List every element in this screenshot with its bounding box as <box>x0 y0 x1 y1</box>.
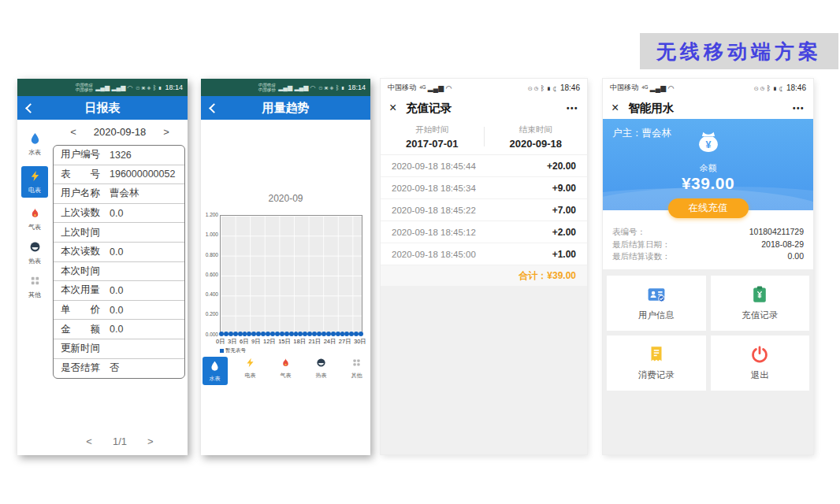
sidebar-label: 热表 <box>21 257 48 265</box>
data-point <box>233 332 238 336</box>
status-icons: ⊙ ◷ ᛒ ▮ ☾ <box>754 84 783 92</box>
owner-name: 曹会林 <box>642 128 672 139</box>
data-point <box>224 332 229 336</box>
more-menu-icon[interactable]: ••• <box>793 104 805 113</box>
tab-electric[interactable]: 电表 <box>238 357 263 385</box>
data-points <box>219 332 363 336</box>
table-row: 金 额 0.0 <box>54 320 184 339</box>
plot-area <box>220 215 362 335</box>
sidebar-item-other[interactable]: 其他 <box>21 275 48 299</box>
heat-meter-icon <box>29 241 41 253</box>
record-time: 2020-09-18 18:45:22 <box>392 206 476 215</box>
carrier-2: 中国移动 <box>75 87 92 93</box>
data-point <box>336 332 340 336</box>
sidebar-item-electric[interactable]: 电表 <box>21 166 48 198</box>
status-icons: ⊙ ▣ ◈ ᛒ ▮ <box>136 84 162 91</box>
y-tick: 1.200 <box>204 213 218 218</box>
total-label: 合计： <box>518 269 547 283</box>
info-label: 最后结算日期： <box>612 239 671 251</box>
water-drop-icon <box>210 361 220 371</box>
menu-recharge-records[interactable]: 充值记录 <box>711 276 810 331</box>
menu-label: 充值记录 <box>742 309 778 321</box>
status-bar: 中国电信 中国移动 ▂▄▆ ▂▄▆ ◠ ⊙ ▣ ◈ ᛒ ▮ 18:14 <box>201 79 370 96</box>
table-row: 上次时间 <box>54 223 184 243</box>
page-next-button[interactable]: > <box>147 435 154 447</box>
record-amount: +9.00 <box>552 183 576 194</box>
field-label: 上次时间 <box>61 226 100 239</box>
field-value: 1326 <box>110 150 132 161</box>
record-amount: +7.00 <box>552 205 576 216</box>
y-tick: 0.600 <box>204 272 218 278</box>
date-next-button[interactable]: > <box>163 126 169 138</box>
tab-other[interactable]: 其他 <box>344 357 370 385</box>
field-label: 本次时间 <box>61 265 100 278</box>
empty-area <box>381 286 587 454</box>
x-tick: 24日 <box>324 338 336 346</box>
data-point <box>326 332 331 336</box>
data-point <box>270 332 275 336</box>
info-value: 2018-08-29 <box>761 239 804 251</box>
signal-icons: ⁴ᴳ ▂▄▆ ◠ <box>641 84 674 92</box>
field-label: 是否结算 <box>61 361 100 375</box>
date-range-bar: 开始时间 2017-07-01 结束时间 2020-09-18 <box>381 119 587 155</box>
x-tick: 30日 <box>354 338 366 346</box>
online-recharge-button[interactable]: 在线充值 <box>668 198 749 218</box>
start-date-label: 开始时间 <box>415 124 448 135</box>
x-tick: 3日 <box>228 338 237 346</box>
y-axis-labels: 1.2001.0000.8000.6000.4000.2000.000 <box>204 213 218 337</box>
owner-line: 户主：曹会林 <box>612 127 671 140</box>
close-icon[interactable]: × <box>611 102 619 114</box>
record-time: 2020-09-18 18:45:12 <box>392 228 476 237</box>
field-value: 曹会林 <box>110 187 139 200</box>
usage-chart: 2020-09 1.2001.0000.8000.6000.4000.2000.… <box>204 193 367 354</box>
tab-water[interactable]: 水表 <box>203 357 228 385</box>
field-label: 单 价 <box>61 303 100 317</box>
carrier-2: 中国移动 <box>258 87 275 93</box>
field-value: 否 <box>110 361 120 375</box>
info-row: 最后结算读数： 0.00 <box>612 250 804 263</box>
x-tick: 0日 <box>216 338 225 346</box>
data-point <box>275 332 280 336</box>
table-row: 单 价 0.0 <box>54 301 184 321</box>
menu-exit[interactable]: 退出 <box>711 335 810 391</box>
phone-screen-smart-water: 中国移动 ⁴ᴳ ▂▄▆ ◠ ⊙ ◷ ᛒ ▮ ☾ 18:46 × 智能用水 •••… <box>603 79 813 454</box>
phone-screen-recharge-records: 中国移动 ⁴ᴳ ▂▄▆ ◠ ⊙ ◷ ᛒ ▮ ☾ 18:46 × 充值记录 •••… <box>381 79 587 454</box>
record-row: 2020-09-18 18:45:12 +2.00 <box>381 221 587 243</box>
tab-heat[interactable]: 热表 <box>309 357 334 385</box>
total-row: 合计： ¥39.00 <box>381 265 587 286</box>
sidebar-item-heat[interactable]: 热表 <box>21 241 48 265</box>
phone-screen-daily-report: 中国电信 中国移动 ▂▄▆ ▂▄▆ ◠ ⊙ ▣ ◈ ᛒ ▮ 18:14 日报表 … <box>17 79 188 455</box>
phone-screen-usage-trend: 中国电信 中国移动 ▂▄▆ ▂▄▆ ◠ ⊙ ▣ ◈ ᛒ ▮ 18:14 用量趋势… <box>201 79 370 455</box>
field-label: 上次读数 <box>61 206 100 220</box>
start-date-picker[interactable]: 开始时间 2017-07-01 <box>381 119 484 154</box>
info-row: 表编号： 101804211729 <box>612 226 804 239</box>
x-tick: 15日 <box>278 338 291 346</box>
tab-gas[interactable]: 气表 <box>273 357 299 385</box>
menu-consumption-records[interactable]: 消费记录 <box>607 335 706 391</box>
meter-type-tabs: 水表 电表 气表 热表 其他 <box>201 357 370 385</box>
menu-user-info[interactable]: 用户信息 <box>607 276 706 331</box>
end-date-value: 2020-09-18 <box>510 138 563 150</box>
sidebar-item-water[interactable]: 水表 <box>21 132 48 157</box>
field-value: 0.0 <box>110 305 123 316</box>
x-tick: 9日 <box>251 338 261 346</box>
power-icon <box>749 344 770 365</box>
field-label: 用户编号 <box>61 148 100 161</box>
field-label: 金 额 <box>61 323 100 336</box>
sidebar-item-gas[interactable]: 气表 <box>21 207 48 232</box>
more-menu-icon[interactable]: ••• <box>567 104 578 113</box>
y-tick: 0.800 <box>204 253 218 258</box>
date-value[interactable]: 2020-09-18 <box>94 126 147 138</box>
data-point <box>359 332 363 336</box>
tab-label: 热表 <box>309 372 334 380</box>
report-table: 用户编号 1326 表 号 196000000052 用户名称 曹会林 上次读数… <box>53 145 185 379</box>
lightning-icon <box>245 358 255 368</box>
recharge-clipboard-icon <box>749 284 770 305</box>
x-tick: 6日 <box>240 338 249 346</box>
tab-label: 其他 <box>344 372 370 380</box>
end-date-picker[interactable]: 结束时间 2020-09-18 <box>485 119 588 154</box>
close-icon[interactable]: × <box>389 102 396 114</box>
page-prev-button[interactable]: < <box>86 435 92 447</box>
date-prev-button[interactable]: < <box>70 126 76 138</box>
end-date-label: 结束时间 <box>519 124 552 135</box>
